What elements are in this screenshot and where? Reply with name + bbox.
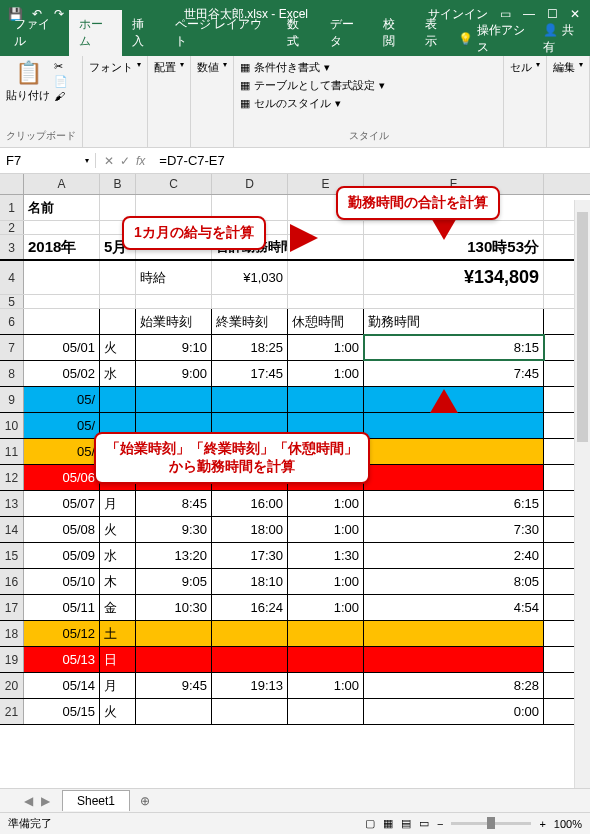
editing-dropdown[interactable]: 編集 [553,60,575,75]
col-header-a[interactable]: A [24,174,100,194]
cell[interactable]: 18:10 [212,569,288,594]
cell[interactable] [100,387,136,412]
enter-icon[interactable]: ✓ [120,154,130,168]
select-all-corner[interactable] [0,174,24,194]
cut-icon[interactable]: ✂ [54,60,68,73]
row-header[interactable]: 14 [0,517,24,542]
cell[interactable]: 水 [100,543,136,568]
cell[interactable]: 17:45 [212,361,288,386]
normal-view-icon[interactable]: ▦ [383,817,393,830]
cell[interactable]: 土 [100,621,136,646]
tab-view[interactable]: 表示 [415,10,457,56]
cell[interactable]: 6:15 [364,491,544,516]
cell[interactable]: 17:30 [212,543,288,568]
copy-icon[interactable]: 📄 [54,75,68,88]
row-header[interactable]: 19 [0,647,24,672]
cells-dropdown[interactable]: セル [510,60,532,75]
cell[interactable]: 木 [100,569,136,594]
cell[interactable]: 13:20 [136,543,212,568]
share-button[interactable]: 👤 共有 [543,22,582,56]
cell[interactable] [288,387,364,412]
number-dropdown[interactable]: 数値 [197,60,219,75]
cell[interactable]: 05/07 [24,491,100,516]
tab-file[interactable]: ファイル [4,10,69,56]
ribbon-options-icon[interactable]: ▭ [500,7,511,21]
cell[interactable]: 1:00 [288,361,364,386]
cell[interactable]: 9:45 [136,673,212,698]
cell[interactable] [364,621,544,646]
cell[interactable]: 18:25 [212,335,288,360]
tab-pagelayout[interactable]: ページ レイアウト [165,10,278,56]
add-sheet-icon[interactable]: ⊕ [130,794,160,808]
tab-insert[interactable]: 挿入 [122,10,164,56]
cell[interactable]: 1:00 [288,517,364,542]
cell[interactable]: 月 [100,491,136,516]
cell[interactable]: 9:00 [136,361,212,386]
next-sheet-icon[interactable]: ▶ [41,794,62,808]
cell[interactable]: 05/08 [24,517,100,542]
cell[interactable] [212,621,288,646]
tab-data[interactable]: データ [320,10,374,56]
zoom-level[interactable]: 100% [554,818,582,830]
cell[interactable]: 16:00 [212,491,288,516]
cell[interactable] [212,387,288,412]
conditional-format-button[interactable]: ▦ 条件付き書式 ▾ [240,60,497,75]
row-header[interactable]: 21 [0,699,24,724]
cell[interactable] [136,621,212,646]
row-header[interactable]: 13 [0,491,24,516]
cell[interactable]: 05/02 [24,361,100,386]
cell[interactable]: 火 [100,517,136,542]
cell[interactable] [364,413,544,438]
row-header[interactable]: 16 [0,569,24,594]
cell[interactable] [364,439,544,464]
vertical-scrollbar[interactable] [574,200,590,788]
row-header[interactable]: 20 [0,673,24,698]
cell[interactable]: 05/ [24,439,100,464]
cell[interactable]: 05/14 [24,673,100,698]
cell[interactable] [212,647,288,672]
zoom-in-icon[interactable]: + [539,818,545,830]
cell-styles-button[interactable]: ▦ セルのスタイル ▾ [240,96,497,111]
cell[interactable] [136,647,212,672]
alignment-dropdown[interactable]: 配置 [154,60,176,75]
cell[interactable] [288,621,364,646]
cell[interactable]: 9:05 [136,569,212,594]
cell[interactable]: 1:00 [288,335,364,360]
cell[interactable]: 1:00 [288,569,364,594]
maximize-icon[interactable]: ☐ [547,7,558,21]
row-header[interactable]: 9 [0,387,24,412]
cell[interactable]: 2:40 [364,543,544,568]
cell[interactable]: 7:30 [364,517,544,542]
cell[interactable]: 火 [100,699,136,724]
row-header[interactable]: 11 [0,439,24,464]
cell[interactable]: 月 [100,673,136,698]
cell[interactable]: 05/ [24,387,100,412]
cancel-icon[interactable]: ✕ [104,154,114,168]
cell[interactable]: 05/09 [24,543,100,568]
cell[interactable]: 9:10 [136,335,212,360]
cell[interactable]: 1:30 [288,543,364,568]
tab-review[interactable]: 校閲 [373,10,415,56]
cell[interactable] [288,647,364,672]
cell[interactable]: 0:00 [364,699,544,724]
cell[interactable]: 日 [100,647,136,672]
cell[interactable]: 4:54 [364,595,544,620]
cell[interactable]: 05/10 [24,569,100,594]
cell[interactable]: 金 [100,595,136,620]
cell[interactable]: 8:45 [136,491,212,516]
tab-formulas[interactable]: 数式 [277,10,319,56]
formula-bar[interactable]: =D7-C7-E7 [153,153,590,168]
cell[interactable]: 1:00 [288,491,364,516]
cell[interactable]: 1:00 [288,673,364,698]
cell[interactable] [364,647,544,672]
cell[interactable]: 水 [100,361,136,386]
cell[interactable] [136,387,212,412]
cell[interactable]: 8:28 [364,673,544,698]
col-header-c[interactable]: C [136,174,212,194]
zoom-out-icon[interactable]: − [437,818,443,830]
row-header[interactable]: 15 [0,543,24,568]
cell[interactable]: 05/ [24,413,100,438]
name-box[interactable]: F7▾ [0,153,96,168]
cell[interactable]: 05/15 [24,699,100,724]
col-header-b[interactable]: B [100,174,136,194]
